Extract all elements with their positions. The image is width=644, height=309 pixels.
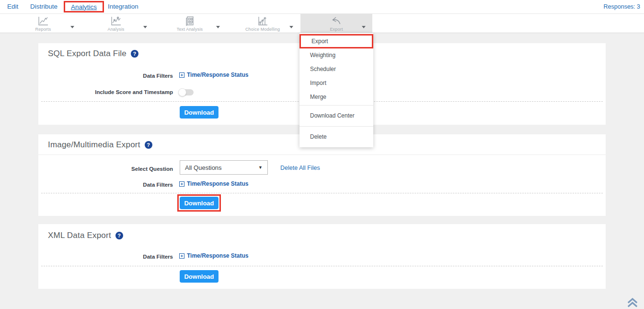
sql-download-button[interactable]: Download xyxy=(180,106,218,119)
scatter-line-chart-icon xyxy=(110,16,122,26)
toolbar-item-label: Text Analysis xyxy=(161,27,218,32)
responses-count[interactable]: Responses: 3 xyxy=(604,0,640,13)
section-title: Image/Multimedia Export ? xyxy=(48,140,152,150)
menu-item-export[interactable]: Export xyxy=(299,34,373,48)
toolbar-item-export[interactable]: Export xyxy=(300,14,372,33)
question-select-value: All Questions xyxy=(185,164,222,171)
time-response-status-link[interactable]: Time/Response Status xyxy=(179,71,248,78)
scroll-to-top-button[interactable] xyxy=(627,297,638,308)
select-question-label: Select Question xyxy=(38,166,173,172)
toolbar-item-label: Choice Modelling xyxy=(234,27,291,32)
toggle-knob xyxy=(178,88,186,96)
plus-square-icon xyxy=(179,72,184,78)
nav-tab-edit[interactable]: Edit xyxy=(7,0,18,13)
filter-link-label: Time/Response Status xyxy=(187,71,248,78)
chevron-down-icon xyxy=(216,26,220,28)
section-title-text: SQL Export Data File xyxy=(48,49,126,59)
nav-tab-distribute[interactable]: Distribute xyxy=(30,0,58,13)
export-dropdown-caret[interactable] xyxy=(362,22,369,27)
section-title-text: Image/Multimedia Export xyxy=(48,140,140,150)
dot-bar-chart-icon xyxy=(257,16,268,26)
text-analysis-dropdown-caret[interactable] xyxy=(216,22,224,27)
reports-dropdown-caret[interactable] xyxy=(70,22,78,27)
top-navigation: Edit Distribute Analytics Integration Re… xyxy=(0,0,644,14)
xml-download-button[interactable]: Download xyxy=(180,270,218,283)
download-highlight-box: Download xyxy=(177,194,221,212)
chevron-down-icon xyxy=(362,26,366,28)
data-filters-label: Data Filters xyxy=(38,254,173,260)
nav-tab-integration[interactable]: Integration xyxy=(108,0,138,13)
menu-item-weighting[interactable]: Weighting xyxy=(299,48,373,62)
plus-square-icon xyxy=(179,181,184,187)
data-filters-label: Data Filters xyxy=(38,73,173,79)
menu-divider xyxy=(299,105,373,106)
filter-link-label: Time/Response Status xyxy=(187,180,248,187)
time-response-status-link[interactable]: Time/Response Status xyxy=(179,252,248,259)
section-title: SQL Export Data File ? xyxy=(48,49,138,59)
analysis-dropdown-caret[interactable] xyxy=(143,22,151,27)
menu-item-download-center[interactable]: Download Center xyxy=(299,107,373,125)
analytics-highlight-box: Analytics xyxy=(64,1,104,12)
question-select[interactable]: All Questions ▼ xyxy=(180,160,268,175)
include-score-timestamp-toggle[interactable] xyxy=(179,89,194,95)
section-title: XML Data Export ? xyxy=(48,231,123,240)
xml-export-section: XML Data Export ? Data Filters Time/Resp… xyxy=(38,224,606,289)
chevron-down-icon xyxy=(289,26,293,28)
menu-divider xyxy=(299,126,373,127)
toolbar-item-reports[interactable]: Reports xyxy=(14,14,72,33)
export-arrow-icon xyxy=(331,16,342,26)
analytics-toolbar: Reports Analysis Text Analysis xyxy=(0,14,644,33)
delete-all-files-link[interactable]: Delete All Files xyxy=(280,165,320,171)
dashed-divider xyxy=(41,266,603,266)
dashed-divider xyxy=(41,193,603,193)
chevron-down-icon xyxy=(143,26,147,28)
toolbar-item-choice-modelling[interactable]: Choice Modelling xyxy=(234,14,291,33)
toolbar-item-label: Analysis xyxy=(87,27,145,32)
help-icon[interactable]: ? xyxy=(145,141,152,149)
section-title-text: XML Data Export xyxy=(48,231,111,240)
toolbar-item-analysis[interactable]: Analysis xyxy=(87,14,145,33)
data-filters-label: Data Filters xyxy=(38,182,173,188)
filter-link-label: Time/Response Status xyxy=(187,252,248,259)
document-icon xyxy=(184,16,196,26)
include-score-timestamp-label: Include Score and Timestamp xyxy=(38,89,173,95)
select-arrow-icon: ▼ xyxy=(258,165,263,170)
toolbar-item-text-analysis[interactable]: Text Analysis xyxy=(161,14,218,33)
chevron-down-icon xyxy=(70,26,74,28)
time-response-status-link[interactable]: Time/Response Status xyxy=(179,180,248,187)
line-chart-icon xyxy=(37,16,49,26)
section-header-divider xyxy=(38,154,606,155)
image-download-button[interactable]: Download xyxy=(180,197,218,209)
toolbar-item-label: Reports xyxy=(14,27,72,32)
menu-item-import[interactable]: Import xyxy=(299,76,373,90)
menu-item-merge[interactable]: Merge xyxy=(299,90,373,104)
help-icon[interactable]: ? xyxy=(131,50,138,58)
choice-modelling-dropdown-caret[interactable] xyxy=(289,22,297,27)
export-dropdown-menu: Export Weighting Scheduler Import Merge … xyxy=(299,33,373,147)
plus-square-icon xyxy=(179,253,184,259)
double-chevron-up-icon xyxy=(627,297,638,308)
menu-item-delete[interactable]: Delete xyxy=(299,128,373,146)
help-icon[interactable]: ? xyxy=(115,232,123,239)
nav-tab-analytics[interactable]: Analytics xyxy=(71,3,97,11)
menu-item-scheduler[interactable]: Scheduler xyxy=(299,62,373,76)
